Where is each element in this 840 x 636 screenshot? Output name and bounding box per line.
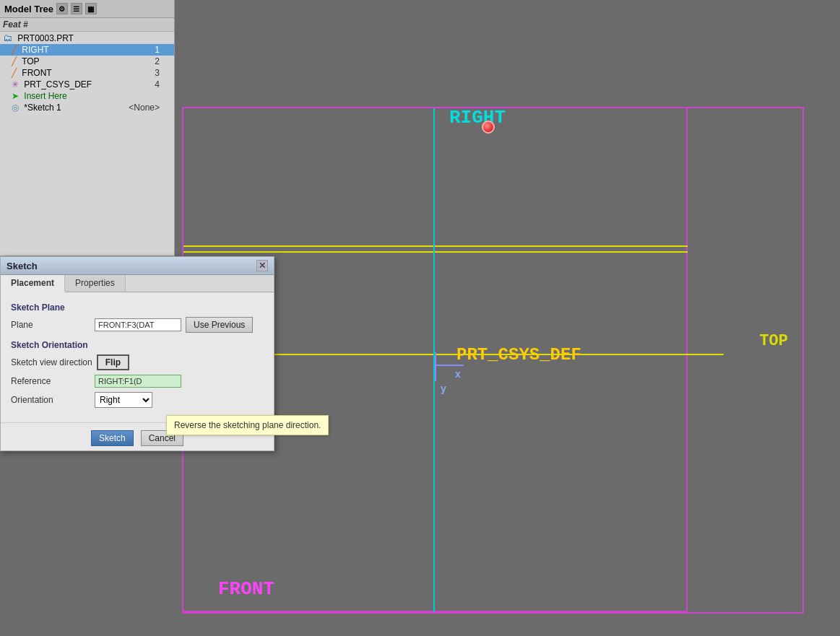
sketch-button[interactable]: Sketch — [91, 430, 134, 446]
feat-column-header: Feat # — [0, 18, 174, 32]
flip-tooltip: Reverse the sketching plane direction. — [166, 415, 329, 435]
feat-num-insert — [116, 90, 174, 102]
y-axis-line — [435, 352, 436, 381]
plane-input[interactable] — [95, 318, 181, 331]
model-tree-table: Feat # 🗂 PRT0003.PRT ╱ RIGHT 1 — [0, 18, 174, 113]
sketch1-label: *Sketch 1 — [24, 103, 61, 113]
tree-row[interactable]: ╱ RIGHT 1 — [0, 44, 174, 56]
view-direction-row: Sketch view direction Flip — [11, 354, 264, 370]
tree-layout-icon[interactable]: ☰ — [71, 3, 82, 14]
tree-row[interactable]: 🗂 PRT0003.PRT — [0, 32, 174, 45]
tab-properties[interactable]: Properties — [65, 275, 126, 292]
feat-num-front: 3 — [116, 67, 174, 79]
tooltip-text: Reverse the sketching plane direction. — [174, 420, 321, 430]
dialog-tabs: Placement Properties — [1, 275, 274, 292]
sketch-plane-section: Sketch Plane — [11, 302, 264, 313]
top-plane-icon: ╱ — [12, 56, 17, 66]
x-axis-line — [435, 365, 464, 366]
front-plane-icon: ╱ — [12, 68, 17, 78]
csys-icon: ✳ — [12, 79, 19, 90]
sketch-icon: ◎ — [12, 103, 19, 113]
tree-row[interactable]: ➤ Insert Here — [0, 90, 174, 102]
dialog-close-button[interactable]: ✕ — [256, 260, 268, 271]
insert-icon: ➤ — [12, 91, 19, 101]
model-tree-panel: Model Tree ⚙ ☰ ▦ Feat # 🗂 PRT0003.PRT — [0, 0, 175, 256]
feat-num-prt — [116, 32, 174, 45]
y-axis-label: y — [441, 383, 446, 394]
tab-placement[interactable]: Placement — [1, 275, 65, 292]
feat-num-csys: 4 — [116, 79, 174, 90]
model-tree-header: Model Tree ⚙ ☰ ▦ — [0, 0, 174, 18]
orientation-label: Orientation — [11, 395, 90, 405]
plane-row: Plane Use Previous — [11, 317, 264, 333]
orientation-select[interactable]: Right Left Top Bottom — [95, 392, 152, 408]
dialog-title-text: Sketch — [7, 261, 38, 271]
model-tree-title: Model Tree — [4, 4, 53, 14]
dialog-title-bar: Sketch ✕ — [1, 257, 274, 275]
plane-label: Plane — [11, 320, 90, 330]
tree-row[interactable]: ╱ FRONT 3 — [0, 67, 174, 79]
prt-icon: 🗂 — [3, 32, 12, 43]
reference-label: Reference — [11, 376, 90, 386]
feat-num-sketch1: <None> — [116, 102, 174, 113]
feat-num-top: 2 — [116, 56, 174, 67]
tree-row[interactable]: ◎ *Sketch 1 <None> — [0, 102, 174, 113]
red-dot — [482, 121, 495, 134]
tree-settings-icon[interactable]: ⚙ — [56, 3, 68, 14]
front-label: FRONT — [22, 68, 51, 78]
right-label: RIGHT — [22, 45, 48, 55]
csys-label: PRT_CSYS_DEF — [24, 79, 92, 90]
x-axis-label: x — [455, 368, 461, 380]
feat-num-right: 1 — [116, 44, 174, 56]
flip-button[interactable]: Flip — [97, 354, 129, 370]
orientation-row: Orientation Right Left Top Bottom — [11, 392, 264, 408]
tree-row[interactable]: ╱ TOP 2 — [0, 56, 174, 67]
dialog-body: Sketch Plane Plane Use Previous Sketch O… — [1, 292, 274, 422]
reference-input[interactable] — [95, 375, 181, 388]
front-label-viewport: FRONT — [218, 578, 274, 600]
tree-row[interactable]: ✳ PRT_CSYS_DEF 4 — [0, 79, 174, 90]
reference-row: Reference — [11, 375, 264, 388]
viewport: TOP RIGHT FRONT PRT_CSYS_DEF x y — [175, 0, 840, 636]
tree-filter-icon[interactable]: ▦ — [85, 3, 97, 14]
right-label-viewport: RIGHT — [449, 107, 506, 128]
use-previous-button[interactable]: Use Previous — [186, 317, 253, 333]
insert-label: Insert Here — [24, 91, 66, 101]
prt-csys-label-viewport: PRT_CSYS_DEF — [456, 345, 581, 365]
top-label: TOP — [22, 56, 39, 66]
view-direction-label: Sketch view direction — [11, 357, 92, 367]
sketch-orientation-section: Sketch Orientation — [11, 340, 264, 350]
prt-label: PRT0003.PRT — [17, 33, 74, 43]
right-plane-icon: ╱ — [12, 45, 17, 55]
